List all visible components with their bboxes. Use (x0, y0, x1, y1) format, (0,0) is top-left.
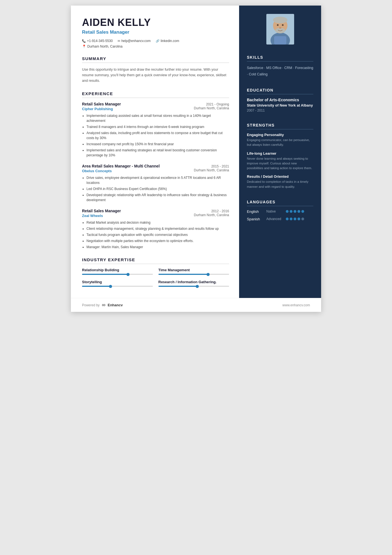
languages-section: LANGUAGES English Native Spanish Advance… (239, 195, 321, 221)
footer-right: www.enhancv.com (282, 303, 310, 307)
bullet-3-3: Negotiation with multiple parties within… (86, 238, 229, 243)
svg-point-5 (277, 24, 279, 26)
strengths-section: STRENGTHS Engaging Personality Engaging … (239, 118, 321, 189)
profile-photo (266, 14, 294, 45)
dot-0-3 (297, 210, 300, 213)
phone-value: +1-914-345-5530 (87, 39, 113, 43)
expertise-label-0: Relationship Building (82, 268, 153, 272)
email-icon: ✉ (118, 39, 120, 43)
education-section: EDUCATION Bachelor of Arts-Economics Sta… (239, 83, 321, 112)
bullet-1-2: Analyzed sales data, including profit an… (86, 130, 229, 140)
right-column: SKILLS Salesforce · MS Office · CRM · Fo… (239, 6, 321, 298)
exp-header-2: Area Retail Sales Manager - Multi Channe… (82, 164, 229, 168)
exp-sub-1: Cipher Publishing Durham North, Carolina (82, 106, 229, 111)
lang-row-1: Spanish Advanced (247, 217, 313, 221)
bar-dot-1 (207, 273, 210, 276)
resume-body: AIDEN KELLY Retail Sales Manager 📞 +1-91… (71, 6, 321, 298)
lang-name-1: Spanish (247, 217, 264, 221)
bullet-3-2: Tactical funds program aplication with s… (86, 232, 229, 237)
summary-text: Use this opportunity to intrigue and dra… (82, 67, 229, 83)
expertise-0: Relationship Building (82, 268, 153, 275)
dot-0-4 (301, 210, 304, 213)
bar-bg-0 (82, 274, 153, 275)
lang-level-1: Advanced (266, 217, 283, 221)
bullet-1-0: Implemented catalog assisted sales at sm… (86, 113, 229, 123)
phone-icon: 📞 (82, 39, 86, 43)
exp-company-2: Obelus Concepts (82, 169, 112, 173)
footer-website: www.enhancv.com (282, 303, 310, 307)
profile-photo-svg (266, 14, 294, 45)
languages-title: LANGUAGES (247, 200, 313, 206)
edu-dates: 2007 - 2011 (247, 108, 313, 112)
expertise-title: INDUSTRY EXPERTISE (82, 257, 229, 264)
bar-bg-1 (158, 274, 229, 275)
bullet-2-1: Led OHPA in RSC Business Expert Certific… (86, 186, 229, 191)
bullet-2-0: Drive sales, employee development & oper… (86, 175, 229, 185)
svg-point-6 (282, 24, 284, 26)
strength-name-2: Results / Detail Oriented (247, 174, 313, 179)
lang-level-0: Native (266, 209, 283, 213)
location-item: 📍 Durham North, Carolina (82, 45, 229, 48)
edu-school: State University of New York at Albany (247, 103, 313, 107)
exp-sub-3: Zeal Wheels Durham North, Carolina (82, 213, 229, 218)
email-item: ✉ help@enhancv.com (118, 39, 150, 43)
expertise-label-3: Research / Information Gathering. (158, 280, 229, 284)
powered-by-text: Powered by (82, 303, 100, 307)
strength-desc-2: Dedicated to completion of tasks in a ti… (247, 179, 313, 189)
dot-1-0 (286, 218, 289, 220)
edu-degree: Bachelor of Arts-Economics (247, 98, 313, 102)
bar-dot-0 (126, 273, 130, 276)
exp-company-1: Cipher Publishing (82, 107, 113, 111)
expertise-label-1: Time Management (158, 268, 229, 272)
bullet-3-1: Client relationship management, strategy… (86, 226, 229, 231)
expertise-2: Storytelling (82, 280, 153, 287)
link-icon: 🔗 (156, 39, 160, 43)
bar-bg-2 (82, 286, 153, 287)
bullet-2-2: Developed strategic relationship with AR… (86, 193, 229, 203)
exp-dates-3: 2012 - 2016 (211, 209, 229, 213)
skills-text: Salesforce · MS Office · CRM · Forecasti… (247, 65, 313, 77)
svg-point-7 (279, 27, 281, 29)
exp-item-1: Retail Sales Manager 2021 - Ongoing Ciph… (82, 102, 229, 158)
exp-title-2: Area Retail Sales Manager - Multi Channe… (82, 164, 160, 168)
dot-1-3 (297, 218, 300, 220)
experience-title: EXPERIENCE (82, 91, 229, 98)
bar-bg-3 (158, 286, 229, 287)
experience-section: EXPERIENCE Retail Sales Manager 2021 - O… (82, 91, 229, 250)
exp-header-1: Retail Sales Manager 2021 - Ongoing (82, 102, 229, 106)
enhancv-logo-icon: ∞ (102, 302, 105, 308)
dot-1-1 (290, 218, 292, 220)
bullet-1-1: Trained 8 managers and 4 interns through… (86, 124, 229, 129)
bar-fill-3 (158, 286, 197, 287)
location-icon: 📍 (82, 45, 86, 48)
brand-name: Enhancv (108, 303, 123, 307)
svg-rect-8 (274, 36, 286, 45)
strength-1: Life-long Learner Never done learning an… (247, 151, 313, 171)
summary-section: SUMMARY Use this opportunity to intrigue… (82, 56, 229, 83)
exp-company-3: Zeal Wheels (82, 214, 103, 218)
exp-bullets-1: Implemented catalog assisted sales at sm… (82, 113, 229, 158)
job-title: Retail Sales Manager (82, 29, 229, 35)
footer: Powered by ∞ Enhancv www.enhancv.com (71, 298, 321, 312)
strength-0: Engaging Personality Engaging communicat… (247, 133, 313, 147)
svg-point-3 (273, 17, 287, 23)
exp-dates-1: 2021 - Ongoing (206, 102, 229, 106)
exp-item-3: Retail Sales Manager 2012 - 2016 Zeal Wh… (82, 209, 229, 250)
exp-location-1: Durham North, Carolina (194, 106, 229, 111)
strength-desc-1: Never done learning and always seeking t… (247, 156, 313, 171)
summary-title: SUMMARY (82, 56, 229, 63)
dot-1-4 (301, 218, 304, 220)
bar-fill-0 (82, 274, 128, 275)
exp-sub-2: Obelus Concepts Durham North, Carolina (82, 168, 229, 173)
dot-0-1 (290, 210, 292, 213)
photo-area (239, 6, 321, 50)
contact-info: 📞 +1-914-345-5530 ✉ help@enhancv.com 🔗 l… (82, 39, 229, 43)
dot-1-2 (294, 218, 296, 220)
strength-name-1: Life-long Learner (247, 151, 313, 156)
exp-item-2: Area Retail Sales Manager - Multi Channe… (82, 164, 229, 203)
footer-left: Powered by ∞ Enhancv (82, 302, 123, 308)
exp-header-3: Retail Sales Manager 2012 - 2016 (82, 209, 229, 213)
exp-title-3: Retail Sales Manager (82, 209, 121, 213)
skills-section: SKILLS Salesforce · MS Office · CRM · Fo… (239, 50, 321, 77)
phone-item: 📞 +1-914-345-5530 (82, 39, 113, 43)
